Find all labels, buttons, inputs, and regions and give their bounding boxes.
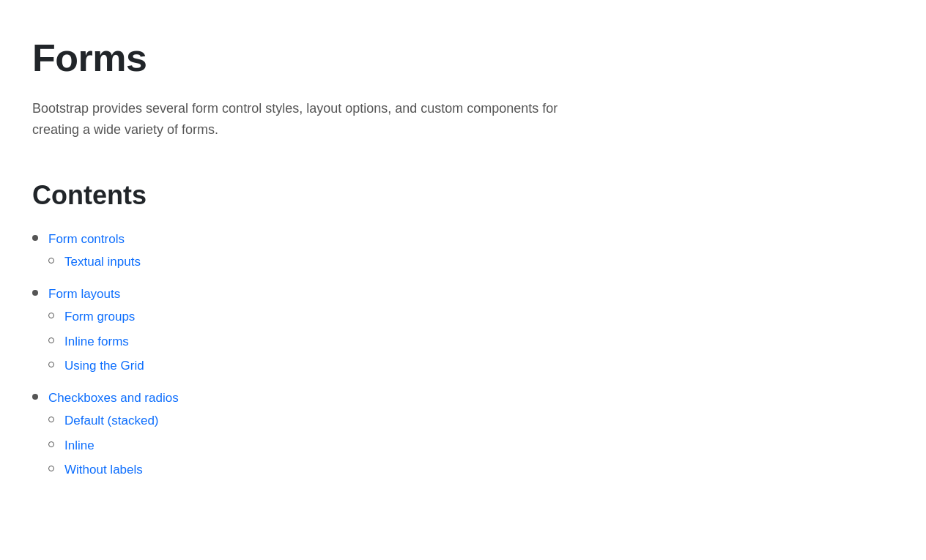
list-item-textual-inputs: Textual inputs	[48, 253, 141, 272]
link-default-stacked[interactable]: Default (stacked)	[64, 411, 159, 430]
sub-list-form-layouts: Form groups Inline forms Using the Grid	[48, 307, 144, 381]
bullet-filled-icon	[32, 235, 38, 241]
bullet-open-icon-2	[48, 313, 54, 318]
list-item-default-stacked: Default (stacked)	[48, 411, 179, 430]
link-inline[interactable]: Inline	[64, 436, 95, 455]
bullet-filled-icon-2	[32, 290, 38, 296]
list-item-form-layouts: Form layouts Form groups Inline forms Us…	[32, 285, 894, 381]
bullet-open-icon-7	[48, 466, 54, 471]
link-form-groups[interactable]: Form groups	[64, 307, 135, 326]
link-without-labels[interactable]: Without labels	[64, 460, 143, 479]
link-form-layouts[interactable]: Form layouts	[48, 285, 144, 304]
list-item-form-controls: Form controls Textual inputs	[32, 230, 894, 277]
list-item-inline-forms: Inline forms	[48, 332, 144, 351]
page-description: Bootstrap provides several form control …	[32, 98, 589, 141]
link-inline-forms[interactable]: Inline forms	[64, 332, 129, 351]
link-form-controls[interactable]: Form controls	[48, 230, 141, 249]
link-using-the-grid[interactable]: Using the Grid	[64, 356, 144, 376]
bullet-filled-icon-3	[32, 394, 38, 400]
page-title: Forms	[32, 29, 894, 86]
contents-heading: Contents	[32, 176, 894, 215]
bullet-open-icon	[48, 258, 54, 264]
bullet-open-icon-4	[48, 362, 54, 367]
link-checkboxes-and-radios[interactable]: Checkboxes and radios	[48, 389, 179, 408]
list-item-without-labels: Without labels	[48, 460, 179, 479]
list-item-using-the-grid: Using the Grid	[48, 356, 144, 376]
sub-list-form-controls: Textual inputs	[48, 253, 141, 277]
sub-list-checkboxes-and-radios: Default (stacked) Inline Without labels	[48, 411, 179, 485]
link-textual-inputs[interactable]: Textual inputs	[64, 253, 141, 272]
bullet-open-icon-6	[48, 441, 54, 447]
list-item-inline: Inline	[48, 436, 179, 455]
list-item-form-groups: Form groups	[48, 307, 144, 326]
list-item-checkboxes-and-radios: Checkboxes and radios Default (stacked) …	[32, 389, 894, 485]
contents-list: Form controls Textual inputs Form layout…	[32, 230, 894, 485]
bullet-open-icon-3	[48, 337, 54, 343]
bullet-open-icon-5	[48, 417, 54, 422]
